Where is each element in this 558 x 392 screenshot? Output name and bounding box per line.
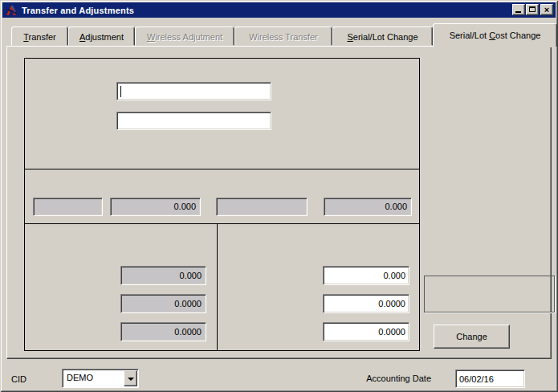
tab-serial-lot-cost-change[interactable]: Serial/Lot Cost Change bbox=[433, 23, 557, 47]
cid-dropdown-button[interactable] bbox=[124, 370, 137, 386]
cid-value: DEMO bbox=[67, 373, 93, 382]
accounting-date-label: Accounting Date bbox=[345, 373, 431, 384]
close-icon: × bbox=[543, 6, 551, 14]
maximize-icon bbox=[529, 6, 536, 12]
app-icon bbox=[6, 5, 18, 16]
title-bar: Transfer and Adjustments bbox=[2, 2, 556, 18]
new-value-per-cwunit-input[interactable] bbox=[323, 322, 409, 341]
accounting-date-input[interactable] bbox=[455, 370, 525, 388]
tab-serial-lot-change[interactable]: Serial/Lot Change bbox=[332, 27, 433, 46]
current-qty-field: 0.000 bbox=[110, 198, 201, 216]
serial-lot-input[interactable] bbox=[116, 112, 271, 130]
item-input[interactable] bbox=[116, 82, 271, 100]
tab-adjustment[interactable]: Adjustment bbox=[68, 27, 135, 46]
stk-unit-field bbox=[33, 198, 103, 216]
current-value-field: 0.000 bbox=[120, 266, 206, 285]
maximize-button[interactable] bbox=[526, 4, 539, 15]
new-value-per-stkunit-input[interactable] bbox=[323, 294, 409, 313]
cost-option-group-box bbox=[424, 276, 555, 312]
minimize-icon bbox=[515, 11, 521, 13]
cid-combo[interactable]: DEMO bbox=[62, 369, 139, 388]
text-caret bbox=[120, 86, 121, 97]
new-value-input[interactable] bbox=[323, 266, 409, 285]
tab-wireless-adjutment: Wireless Adjutment bbox=[135, 27, 234, 46]
dropdown-arrow-icon bbox=[128, 378, 134, 381]
change-button[interactable]: Change bbox=[434, 325, 510, 349]
current-value-per-stkunit-field: 0.0000 bbox=[120, 294, 206, 313]
cw-qty-field: 0.000 bbox=[324, 198, 412, 216]
current-value-per-cwunit-field: 0.0000 bbox=[120, 322, 206, 341]
close-button[interactable]: × bbox=[540, 4, 553, 15]
minimize-button[interactable] bbox=[512, 4, 525, 15]
tab-transfer[interactable]: Transfer bbox=[11, 27, 68, 46]
cw-unit-field bbox=[216, 198, 308, 216]
transfer-and-adjustments-window: Transfer and Adjustments × Transfer Adju… bbox=[0, 0, 558, 392]
window-title: Transfer and Adjustments bbox=[22, 6, 134, 15]
tab-wireless-transfer: Wireless Transfer bbox=[234, 27, 332, 46]
cid-label: CID bbox=[11, 374, 26, 385]
